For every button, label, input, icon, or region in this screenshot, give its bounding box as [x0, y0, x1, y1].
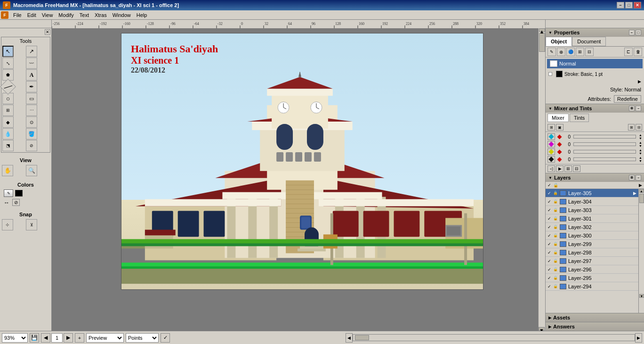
tool-transform[interactable]: ⊞	[2, 105, 14, 116]
add-page-btn[interactable]: +	[75, 333, 84, 343]
canvas-area[interactable]: Halimatus Sa'diyah XI science 1 22/08/20…	[52, 28, 545, 331]
app-maximize-btn[interactable]: □	[625, 2, 633, 8]
mixer-header[interactable]: ▼ Mixer and Tints ⊞ −	[546, 104, 644, 113]
mixer-icon-2[interactable]	[547, 148, 555, 155]
layer-item-3[interactable]: ✓ 🔒 Layer-301	[546, 214, 638, 223]
check-btn[interactable]: ✓	[161, 333, 170, 343]
layers-header[interactable]: ▼ Layers ⊞ −	[546, 173, 644, 182]
snap-to-object[interactable]: ⊻	[26, 219, 37, 230]
layer-visible-8[interactable]: ✓	[547, 259, 552, 263]
save-btn[interactable]: 💾	[30, 333, 39, 343]
tab-object[interactable]: Object	[546, 37, 572, 46]
units-select[interactable]: Points Inches Centimeters	[126, 333, 159, 343]
prev-page-btn[interactable]: ◀	[41, 333, 50, 343]
layers-scroll-up[interactable]: ▲	[639, 189, 644, 193]
prop-icon-add[interactable]: ⊕	[557, 48, 565, 56]
layer-lock-6[interactable]: 🔒	[553, 242, 558, 246]
tool-eyedropper[interactable]: 💧	[2, 128, 14, 139]
menu-edit[interactable]: Edit	[24, 11, 39, 19]
layer-item-5[interactable]: ✓ 🔒 Layer-300	[546, 231, 638, 240]
layers-icon-btn1[interactable]: ⊞	[629, 175, 635, 180]
hscroll-thumb[interactable]	[355, 335, 369, 340]
menu-help[interactable]: Help	[134, 11, 150, 19]
layer-item-4[interactable]: ✓ 🔒 Layer-302	[546, 223, 638, 231]
tool-blend[interactable]: ⊘	[26, 140, 37, 151]
layer-item-10[interactable]: ✓ 🔒 Layer-295	[546, 274, 638, 282]
stroke-color-picker[interactable]: ✎	[4, 189, 13, 197]
next-page-btn[interactable]: ▶	[64, 333, 73, 343]
layer-lock-9[interactable]: 🔒	[553, 267, 558, 271]
layer-item-9[interactable]: ✓ 🔒 Layer-296	[546, 265, 638, 274]
mixer-arrows-1[interactable]: ▲▼	[639, 141, 642, 147]
layer-item-8[interactable]: ✓ 🔒 Layer-297	[546, 257, 638, 265]
layer-lock-8[interactable]: 🔒	[553, 259, 558, 263]
layer-visible-0[interactable]: ✓	[547, 191, 552, 196]
layer-item-6[interactable]: ✓ 🔒 Layer-299	[546, 240, 638, 248]
tool-subselect[interactable]: ↗	[26, 46, 37, 57]
layer-lock-11[interactable]: 🔒	[553, 284, 558, 288]
tool-mirror[interactable]: ⬔	[2, 140, 14, 151]
properties-collapse-btn[interactable]: −	[629, 30, 635, 35]
menu-file[interactable]: File	[10, 11, 24, 19]
layers-vscroll[interactable]: ▲ ▼	[638, 189, 644, 313]
tool-trace[interactable]: ⊙	[26, 116, 37, 128]
tab-tints[interactable]: Tints	[570, 114, 589, 122]
layer-visible-1[interactable]: ✓	[547, 199, 552, 204]
layers-expand-arrow[interactable]: ▶	[639, 183, 642, 188]
mixer-icon-btn2[interactable]: −	[636, 106, 641, 111]
vscroll-thumb[interactable]	[539, 33, 545, 52]
tool-pen[interactable]: ✒	[26, 81, 37, 92]
mixer-slider-0[interactable]	[573, 135, 636, 139]
swap-colors-btn[interactable]: ↔	[4, 199, 9, 206]
layer-lock-5[interactable]: 🔒	[553, 233, 558, 238]
preview-select[interactable]: Preview Keyline Fast Display	[86, 333, 124, 343]
mixer-slider-3[interactable]	[573, 157, 636, 161]
tool-scale[interactable]: ⤡	[2, 57, 14, 69]
tab-mixer[interactable]: Mixer	[547, 114, 569, 122]
layers-scroll-thumb[interactable]	[639, 194, 644, 203]
mixer-bottom-icon1[interactable]: ◁	[547, 165, 555, 172]
menu-view[interactable]: View	[39, 11, 56, 19]
layer-item-1[interactable]: ✓ 🔒 Layer-304	[546, 197, 638, 206]
style-name-label[interactable]: Normal	[559, 61, 640, 66]
app-close-btn[interactable]: ✕	[634, 2, 641, 8]
zoom-select[interactable]: 93% 100% 50% 200%	[2, 333, 28, 343]
tool-knife[interactable]: ◆	[2, 116, 14, 128]
layer-visible-2[interactable]: ✓	[547, 208, 552, 213]
tool-paint-bucket[interactable]: 🪣	[26, 128, 37, 139]
page-input[interactable]	[51, 333, 63, 343]
tool-select[interactable]: ↖	[2, 46, 14, 57]
mixer-arrows-2[interactable]: ▲▼	[639, 148, 642, 155]
answers-header[interactable]: ▶ Answers	[546, 322, 644, 331]
layer-lock-0[interactable]: 🔒	[553, 191, 558, 195]
tab-document[interactable]: Document	[572, 37, 606, 46]
hscroll-left[interactable]: ◀	[346, 333, 353, 343]
layer-visible-11[interactable]: ✓	[547, 284, 552, 289]
layer-visible-7[interactable]: ✓	[547, 250, 552, 255]
app-minimize-btn[interactable]: −	[617, 2, 624, 8]
mixer-grid-btn1[interactable]: ⊞	[628, 124, 635, 131]
hscroll-right[interactable]: ▶	[635, 333, 642, 343]
layer-visible-4[interactable]: ✓	[547, 225, 552, 229]
layer-visible-5[interactable]: ✓	[547, 233, 552, 238]
mixer-icon-cmyk[interactable]: ⊞	[547, 124, 555, 131]
menu-window[interactable]: Window	[110, 11, 134, 19]
mixer-arrows-3[interactable]: ▲▼	[639, 156, 642, 163]
default-colors-btn[interactable]: ⊘	[12, 199, 20, 206]
layer-visible-6[interactable]: ✓	[547, 242, 552, 246]
tool-hand[interactable]: ✋	[2, 165, 13, 176]
canvas-vscroll[interactable]: ▲ ▼	[538, 28, 545, 331]
mixer-arrows-0[interactable]: ▲▼	[639, 133, 642, 140]
tools-panel-close[interactable]: ✕	[45, 29, 50, 35]
redefine-button[interactable]: Redefine	[614, 95, 641, 103]
prop-icon-copy[interactable]: ⊏	[624, 48, 633, 56]
menu-text[interactable]: Text	[77, 11, 92, 19]
layer-item-0[interactable]: ✓ 🔒 Layer-305 ▶	[546, 189, 638, 197]
prop-icon-color[interactable]: 🔵	[566, 48, 575, 56]
tool-zoom[interactable]: 🔍	[26, 165, 37, 176]
layer-visible-3[interactable]: ✓	[547, 216, 552, 221]
layer-visible-9[interactable]: ✓	[547, 267, 552, 272]
layer-lock-1[interactable]: 🔒	[553, 199, 558, 204]
menu-modify[interactable]: Modify	[56, 11, 76, 19]
layer-item-7[interactable]: ✓ 🔒 Layer-298	[546, 248, 638, 257]
